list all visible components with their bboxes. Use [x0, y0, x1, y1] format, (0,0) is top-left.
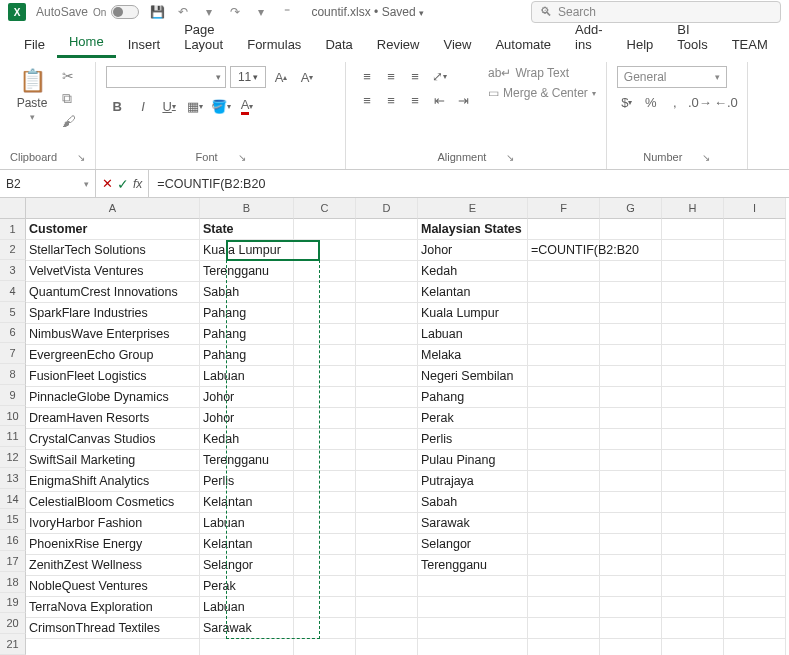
cell[interactable] [600, 324, 662, 345]
cell[interactable] [294, 282, 356, 303]
cell[interactable] [600, 471, 662, 492]
cell[interactable] [418, 597, 528, 618]
cell[interactable] [662, 492, 724, 513]
tab-home[interactable]: Home [57, 28, 116, 58]
tab-formulas[interactable]: Formulas [235, 31, 313, 58]
align-middle-icon[interactable]: ≡ [380, 66, 402, 86]
cancel-icon[interactable]: ✕ [102, 176, 113, 191]
cell[interactable]: State [200, 219, 294, 240]
cell[interactable] [662, 366, 724, 387]
cell[interactable] [662, 219, 724, 240]
increase-font-icon[interactable]: A▴ [270, 67, 292, 87]
bold-button[interactable]: B [106, 96, 128, 116]
cell[interactable] [294, 219, 356, 240]
tab-help[interactable]: Help [615, 31, 666, 58]
cell[interactable] [418, 639, 528, 655]
cell[interactable] [662, 240, 724, 261]
cell[interactable]: NimbusWave Enterprises [26, 324, 200, 345]
cell[interactable]: Kedah [418, 261, 528, 282]
column-header[interactable]: D [356, 198, 418, 219]
cell[interactable] [528, 345, 600, 366]
cell[interactable] [356, 471, 418, 492]
cell[interactable]: CrimsonThread Textiles [26, 618, 200, 639]
cell[interactable] [294, 471, 356, 492]
cell[interactable]: NobleQuest Ventures [26, 576, 200, 597]
cell[interactable] [600, 282, 662, 303]
align-top-icon[interactable]: ≡ [356, 66, 378, 86]
cell[interactable]: ZenithZest Wellness [26, 555, 200, 576]
cell[interactable]: PinnacleGlobe Dynamics [26, 387, 200, 408]
cell[interactable] [662, 450, 724, 471]
cell[interactable]: Kelantan [200, 534, 294, 555]
row-header[interactable]: 6 [0, 323, 26, 344]
cell[interactable] [528, 219, 600, 240]
cell[interactable] [662, 429, 724, 450]
row-header[interactable]: 10 [0, 406, 26, 427]
cell[interactable] [294, 324, 356, 345]
cell[interactable] [356, 282, 418, 303]
cell[interactable] [528, 618, 600, 639]
row-header[interactable]: 19 [0, 593, 26, 614]
percent-icon[interactable]: % [641, 92, 661, 112]
cell[interactable] [600, 555, 662, 576]
cell[interactable]: Customer [26, 219, 200, 240]
cell[interactable]: DreamHaven Resorts [26, 408, 200, 429]
fill-color-icon[interactable]: 🪣▾ [210, 96, 232, 116]
cell[interactable] [528, 639, 600, 655]
cell[interactable] [724, 471, 786, 492]
cell[interactable] [662, 534, 724, 555]
cell[interactable]: Labuan [200, 597, 294, 618]
cell[interactable] [294, 639, 356, 655]
cell[interactable]: CelestialBloom Cosmetics [26, 492, 200, 513]
cell[interactable] [528, 282, 600, 303]
cell[interactable]: Terengganu [200, 450, 294, 471]
align-right-icon[interactable]: ≡ [404, 90, 426, 110]
cell[interactable] [356, 303, 418, 324]
borders-icon[interactable]: ▦▾ [184, 96, 206, 116]
cell[interactable]: IvoryHarbor Fashion [26, 513, 200, 534]
autosave-toggle[interactable]: AutoSave On [36, 5, 139, 19]
dialog-launcher-icon[interactable]: ↘ [238, 152, 246, 163]
cell[interactable] [294, 303, 356, 324]
increase-decimal-icon[interactable]: .0→ [689, 92, 711, 112]
row-header[interactable]: 12 [0, 447, 26, 468]
cell[interactable]: Pahang [200, 303, 294, 324]
cell[interactable] [724, 639, 786, 655]
cell[interactable]: Sarawak [200, 618, 294, 639]
cell[interactable]: EnigmaShift Analytics [26, 471, 200, 492]
cell[interactable] [600, 450, 662, 471]
cell[interactable] [356, 555, 418, 576]
cell[interactable] [724, 429, 786, 450]
cell[interactable] [662, 261, 724, 282]
cell[interactable]: SparkFlare Industries [26, 303, 200, 324]
cell[interactable]: Labuan [418, 324, 528, 345]
cell[interactable]: Kelantan [200, 492, 294, 513]
cell[interactable] [724, 345, 786, 366]
cell[interactable]: Terengganu [200, 261, 294, 282]
save-icon[interactable]: 💾 [149, 4, 165, 20]
cell[interactable] [724, 450, 786, 471]
cell[interactable] [356, 345, 418, 366]
cell[interactable] [356, 261, 418, 282]
underline-button[interactable]: U▾ [158, 96, 180, 116]
cell[interactable] [662, 324, 724, 345]
column-header[interactable]: I [724, 198, 786, 219]
cell[interactable] [600, 261, 662, 282]
cell[interactable] [724, 534, 786, 555]
cell[interactable] [418, 618, 528, 639]
tab-team[interactable]: TEAM [720, 31, 780, 58]
cell[interactable]: PhoenixRise Energy [26, 534, 200, 555]
cell[interactable]: Sabah [418, 492, 528, 513]
cell[interactable] [528, 408, 600, 429]
increase-indent-icon[interactable]: ⇥ [452, 90, 474, 110]
cell[interactable] [294, 261, 356, 282]
format-painter-icon[interactable]: 🖌 [62, 113, 76, 129]
cell[interactable] [294, 555, 356, 576]
column-header[interactable]: B [200, 198, 294, 219]
row-header[interactable]: 2 [0, 240, 26, 261]
cell[interactable] [294, 513, 356, 534]
cell[interactable] [294, 450, 356, 471]
cell[interactable]: Kuala Lumpur [418, 303, 528, 324]
cell[interactable]: Perlis [200, 471, 294, 492]
select-all-cell[interactable] [0, 198, 26, 219]
